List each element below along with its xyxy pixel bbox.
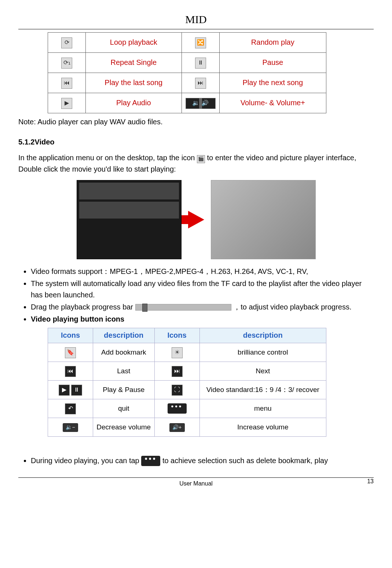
play-audio-label: Play Audio	[86, 93, 182, 113]
next-video-icon: ⏭	[154, 362, 199, 380]
audio-note: Note: Audio player can play WAV audio fi…	[18, 116, 374, 128]
volume-label: Volume- & Volume+	[219, 93, 326, 113]
page-number: 13	[367, 477, 374, 486]
table-row: ▶ Play Audio 🔉 🔊 Volume- & Volume+	[48, 93, 326, 113]
footer-label: User Manual	[179, 480, 213, 487]
vol-up-label: Increase volume	[199, 418, 326, 436]
header-rule	[18, 29, 374, 29]
vol-down-label: Decrease volume	[93, 418, 155, 436]
bookmark-icon: 🔖	[48, 343, 93, 362]
brightness-icon: ☀	[154, 343, 199, 362]
brilliance-label: brilliance control	[199, 343, 326, 362]
col-desc-1: description	[93, 328, 155, 343]
volume-up-icon: 🔊+	[154, 418, 199, 436]
previous-track-icon: ⏮	[48, 73, 86, 93]
video-playback-screenshot	[211, 180, 316, 259]
bullet-formats: Video formats support：MPEG-1，MPEG-2,MPEG…	[31, 266, 374, 277]
closing-prefix: During video playing, you can tap	[31, 457, 141, 465]
bullet-icon-heading: Video playing button icons	[31, 314, 374, 325]
closing-bullet-list: During video playing, you can tap ••• to…	[18, 455, 374, 466]
loop-icon: ⟳	[48, 32, 86, 52]
section-heading-video: 5.1.2Video	[18, 136, 374, 148]
next-label: Next	[199, 362, 326, 380]
col-desc-2: description	[199, 328, 326, 343]
video-bullet-list: Video formats support：MPEG-1，MPEG-2,MPEG…	[18, 266, 374, 325]
footer: User Manual 13	[18, 479, 374, 488]
video-icons-table: Icons description Icons description 🔖 Ad…	[48, 328, 326, 437]
table-row: ⏮ Last ⏭ Next	[48, 362, 326, 380]
random-label: Random play	[219, 32, 326, 52]
next-song-label: Play the next song	[219, 73, 326, 93]
col-icons-2: Icons	[154, 328, 199, 343]
menu-icon-inline: •••	[141, 456, 160, 466]
repeat-one-icon: ⟳₁	[48, 52, 86, 73]
pause-icon: ⏸	[182, 52, 219, 73]
shuffle-icon: 🔀	[182, 32, 219, 52]
last-song-label: Play the last song	[86, 73, 182, 93]
screenshot-row	[18, 180, 374, 259]
video-intro: In the application menu or on the deskto…	[18, 152, 374, 175]
table-row: ⟳ Loop playback 🔀 Random play	[48, 32, 326, 52]
quit-icon: ↶	[48, 399, 93, 418]
footer-rule	[18, 477, 374, 478]
arrow-right-icon	[188, 211, 204, 228]
menu-icon: •••	[154, 399, 199, 418]
table-row: 🔖 Add bookmark ☀ brilliance control	[48, 343, 326, 362]
table-header-row: Icons description Icons description	[48, 328, 326, 343]
table-row: ⟳₁ Repeat Single ⏸ Pause	[48, 52, 326, 73]
video-list-screenshot	[77, 180, 182, 259]
video-intro-part1: In the application menu or on the deskto…	[18, 154, 197, 162]
audio-icons-table: ⟳ Loop playback 🔀 Random play ⟳₁ Repeat …	[48, 32, 326, 113]
pause-label: Pause	[219, 52, 326, 73]
video-app-icon: 🎬	[197, 155, 205, 163]
drag-prefix: Drag the playback progress bar	[31, 303, 135, 311]
play-pause-label: Play & Pause	[93, 380, 155, 399]
progress-bar-icon	[135, 304, 231, 311]
doc-title: MID	[18, 11, 374, 28]
menu-label: menu	[199, 399, 326, 418]
prev-video-icon: ⏮	[48, 362, 93, 380]
table-row: ⏮ Play the last song ⏭ Play the next son…	[48, 73, 326, 93]
col-icons-1: Icons	[48, 328, 93, 343]
table-row: 🔉− Decrease volume 🔊+ Increase volume	[48, 418, 326, 436]
aspect-ratio-icon: ⛶	[154, 380, 199, 399]
closing-bullet: During video playing, you can tap ••• to…	[31, 455, 374, 466]
aspect-label: Video standard:16：9 /4：3/ recover	[199, 380, 326, 399]
closing-suffix: to achieve selection such as delete book…	[162, 457, 328, 465]
volume-buttons-icon: 🔉 🔊	[182, 93, 219, 113]
last-label: Last	[93, 362, 155, 380]
drag-suffix: ，to adjust video playback progress.	[233, 303, 351, 311]
play-icon: ▶	[48, 93, 86, 113]
play-pause-icon: ▶⏸	[48, 380, 93, 399]
next-track-icon: ⏭	[182, 73, 219, 93]
volume-down-icon: 🔉−	[48, 418, 93, 436]
table-row: ▶⏸ Play & Pause ⛶ Video standard:16：9 /4…	[48, 380, 326, 399]
quit-label: quit	[93, 399, 155, 418]
bullet-drag: Drag the playback progress bar ，to adjus…	[31, 301, 374, 313]
repeat-single-label: Repeat Single	[86, 52, 182, 73]
bullet-autoload: The system will automatically load any v…	[31, 278, 374, 301]
loop-label: Loop playback	[86, 32, 182, 52]
bookmark-label: Add bookmark	[93, 343, 155, 362]
table-row: ↶ quit ••• menu	[48, 399, 326, 418]
